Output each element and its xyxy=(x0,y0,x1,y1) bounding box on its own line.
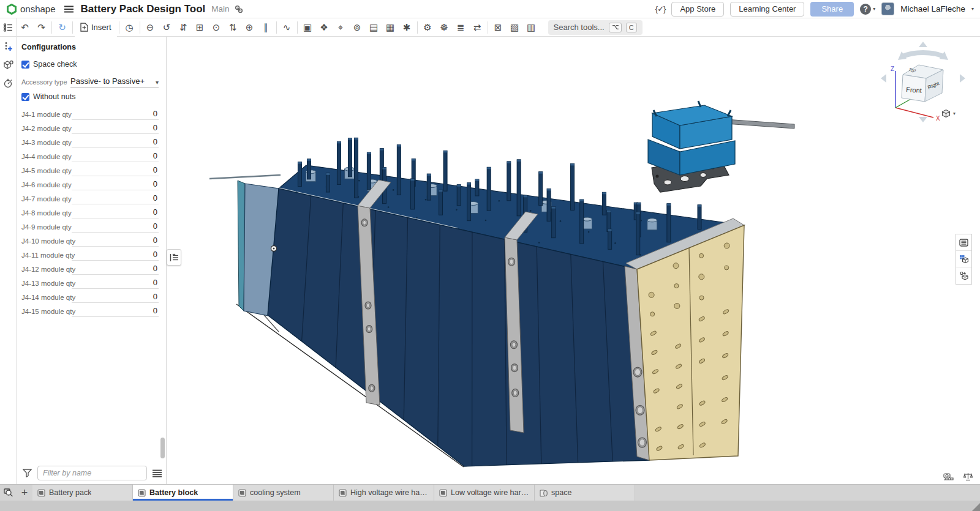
undo-icon[interactable]: ↶ xyxy=(17,18,33,37)
view-options-menu[interactable]: ▾ xyxy=(941,109,956,118)
without-nuts-row[interactable]: Without nuts xyxy=(21,90,159,103)
battery-pack-model[interactable] xyxy=(167,37,980,484)
selection-point[interactable] xyxy=(271,246,277,252)
config-row-value-field[interactable]: 0 xyxy=(72,250,159,261)
config-row-value-field[interactable]: 0 xyxy=(72,236,159,247)
help-menu[interactable]: ? ▾ xyxy=(860,4,875,15)
insert-button[interactable]: Insert xyxy=(75,18,117,37)
exploded-view-icon[interactable]: ⊠ xyxy=(490,18,507,37)
pattern-icon[interactable]: ▤ xyxy=(366,18,382,37)
box-select-icon[interactable]: ▣ xyxy=(300,18,316,37)
add-tab-button[interactable]: + xyxy=(17,485,32,501)
without-nuts-label: Without nuts xyxy=(33,92,75,101)
tab-low-voltage-wire-harness[interactable]: Low voltage wire harness xyxy=(434,485,535,501)
instance-tree-toggle-icon[interactable] xyxy=(0,18,17,37)
config-row-value-field[interactable]: 0 xyxy=(72,292,159,303)
filter-input[interactable] xyxy=(37,466,147,480)
search-tools-box[interactable]: Search tools... C xyxy=(548,20,643,35)
config-row-value-field[interactable]: 0 xyxy=(72,207,159,218)
config-row-value-field[interactable]: 0 xyxy=(72,278,159,289)
accessory-type-row: Accessory type Passive- to Passive+ ▾ xyxy=(21,73,159,88)
pin-slot-mate-icon[interactable]: ⇅ xyxy=(225,18,241,37)
config-row-value-field[interactable]: 0 xyxy=(72,264,159,275)
parallel-mate-icon[interactable]: ∥ xyxy=(258,18,274,37)
learning-center-button[interactable]: Learning Center xyxy=(730,2,804,17)
rack-relation-icon[interactable]: ≣ xyxy=(453,18,469,37)
mass-properties-icon[interactable] xyxy=(963,472,973,481)
update-icon[interactable]: ↻ xyxy=(54,18,70,37)
appearance-icon[interactable]: ✱ xyxy=(399,18,415,37)
graphics-viewport[interactable]: Z X Front Right Top ▾ xyxy=(167,37,980,484)
tab-space[interactable]: space xyxy=(535,485,635,501)
cylindrical-mate-icon[interactable]: ⊙ xyxy=(208,18,225,37)
config-row-value-field[interactable]: 0 xyxy=(72,179,159,190)
revolute-mate-icon[interactable]: ↺ xyxy=(159,18,175,37)
redo-icon[interactable]: ↷ xyxy=(33,18,50,37)
tape-measure-icon[interactable] xyxy=(943,472,954,481)
accessory-type-select[interactable]: Passive- to Passive+ ▾ xyxy=(70,76,159,88)
section-view-icon[interactable] xyxy=(3,60,13,70)
feature-list-flyout-button[interactable] xyxy=(167,249,181,266)
edit-in-place-icon[interactable]: ▧ xyxy=(507,18,523,37)
view-cube-front-label[interactable]: Front xyxy=(906,86,922,94)
replicate-icon[interactable]: ❖ xyxy=(316,18,333,37)
gear-relation-icon[interactable]: ⚙ xyxy=(420,18,436,37)
search-tabs-icon[interactable] xyxy=(0,485,17,501)
config-row-value-field[interactable]: 0 xyxy=(72,109,159,120)
link-icon[interactable] xyxy=(235,5,243,13)
add-feature-icon[interactable] xyxy=(3,42,13,51)
tangent-mate-icon[interactable]: ∿ xyxy=(279,18,295,37)
fastened-mate-icon[interactable]: ⊖ xyxy=(142,18,159,37)
rotate-clock-icon[interactable]: ◷ xyxy=(121,18,138,37)
tab-cooling-system[interactable]: cooling system xyxy=(233,485,334,501)
tab-battery-block[interactable]: Battery block xyxy=(133,485,233,501)
config-row-value-field[interactable]: 0 xyxy=(72,123,159,134)
config-row-value-field[interactable]: 0 xyxy=(72,137,159,148)
config-row-label: J4-10 module qty xyxy=(21,237,72,247)
workspace-name[interactable]: Main xyxy=(211,4,229,13)
config-row-label: J4-7 module qty xyxy=(21,195,72,204)
accessory-component[interactable] xyxy=(648,101,794,192)
gear-star-icon[interactable]: ☸ xyxy=(436,18,453,37)
in-context-icon[interactable]: ⊚ xyxy=(349,18,366,37)
document-menu-icon[interactable] xyxy=(64,6,74,13)
resize-corner[interactable] xyxy=(972,503,980,511)
tab-battery-pack[interactable]: Battery pack xyxy=(32,485,133,501)
ball-mate-icon[interactable]: ⊕ xyxy=(241,18,258,37)
feature-list-icon[interactable] xyxy=(956,234,971,251)
checkbox-checked-icon[interactable] xyxy=(21,61,29,69)
stopwatch-icon[interactable] xyxy=(3,78,13,88)
config-row-value-field[interactable]: 0 xyxy=(72,165,159,176)
configuration-panel-icon[interactable] xyxy=(956,267,971,284)
user-name[interactable]: Michael LaFleche xyxy=(900,4,965,13)
config-row-value-field[interactable]: 0 xyxy=(72,306,159,317)
belt-relation-icon[interactable]: ⇄ xyxy=(469,18,486,37)
space-check-row[interactable]: Space check xyxy=(21,58,159,71)
filter-bar xyxy=(17,462,166,484)
grid-pattern-icon[interactable]: ▦ xyxy=(382,18,399,37)
tab-high-voltage-wire-harne[interactable]: High voltage wire harne... xyxy=(334,485,434,501)
slider-mate-icon[interactable]: ⇵ xyxy=(175,18,192,37)
bom-table-icon[interactable] xyxy=(956,251,971,267)
avatar[interactable] xyxy=(881,2,894,15)
list-view-icon[interactable] xyxy=(153,469,162,477)
featurescript-icon[interactable]: {✓} xyxy=(655,4,666,13)
insert-label: Insert xyxy=(91,23,111,32)
share-button[interactable]: Share xyxy=(810,2,854,17)
panel-scrollbar[interactable] xyxy=(160,438,165,458)
mate-connector-icon[interactable]: ⌖ xyxy=(333,18,349,37)
config-row-value-field[interactable]: 0 xyxy=(72,193,159,204)
checkbox-checked-icon[interactable] xyxy=(21,93,29,101)
onshape-logo[interactable]: onshape xyxy=(6,4,56,15)
config-row: J4-10 module qty0 xyxy=(21,233,159,247)
document-title: Battery Pack Design Tool xyxy=(81,3,206,15)
bom-icon[interactable]: ▥ xyxy=(523,18,540,37)
accessory-rod[interactable] xyxy=(726,119,794,129)
config-row-value-field[interactable]: 0 xyxy=(72,222,159,233)
planar-mate-icon[interactable]: ⊞ xyxy=(192,18,208,37)
tab-strip: + Battery packBattery blockcooling syste… xyxy=(0,484,980,501)
top-bar: onshape Battery Pack Design Tool Main {✓… xyxy=(0,0,980,18)
config-row-value-field[interactable]: 0 xyxy=(72,151,159,162)
app-store-button[interactable]: App Store xyxy=(671,2,724,17)
user-menu-chevron-icon[interactable]: ▾ xyxy=(971,6,974,12)
